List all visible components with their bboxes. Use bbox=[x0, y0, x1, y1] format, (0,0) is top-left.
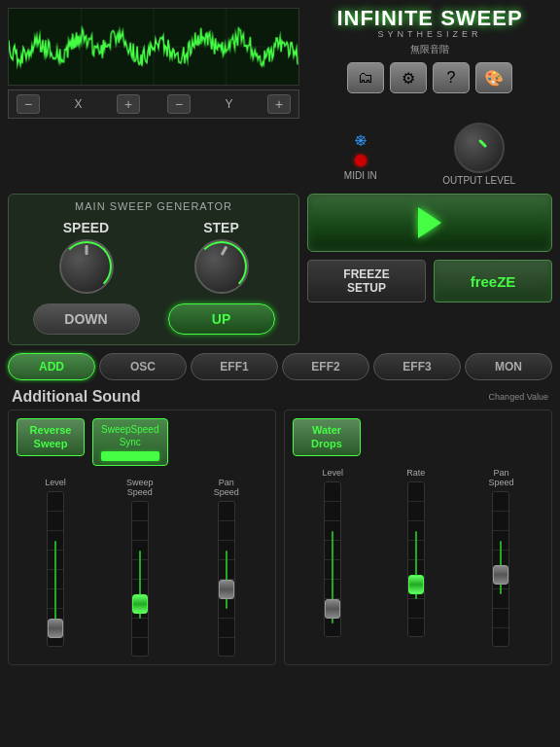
left-faders-row: Level SweepSpeed PanSpeed bbox=[17, 478, 267, 657]
step-knob-block: STEP bbox=[194, 220, 249, 294]
right-level-handle[interactable] bbox=[325, 599, 340, 619]
reverse-sweep-button[interactable]: Reverse Sweep bbox=[17, 418, 85, 456]
reverse-line2: Sweep bbox=[34, 438, 68, 449]
right-faders-row: Level Rate PanSpeed bbox=[293, 468, 543, 647]
output-level-knob[interactable] bbox=[454, 123, 505, 173]
toggle-line2: Sync bbox=[120, 437, 141, 447]
right-rate-fader[interactable] bbox=[407, 481, 425, 637]
tab-eff3[interactable]: EFF3 bbox=[373, 353, 461, 380]
play-icon bbox=[418, 207, 441, 238]
app-subtitle: SYNTHESIZER bbox=[377, 29, 481, 39]
sweep-speed-sync-block: SweepSpeed Sync bbox=[92, 418, 267, 466]
midi-indicator bbox=[355, 155, 367, 166]
water-line1: Water bbox=[312, 424, 341, 436]
midi-block: ⎈ MIDI IN bbox=[344, 128, 377, 181]
left-speed-handle[interactable] bbox=[132, 594, 148, 614]
app-title: INFINITE SWEEP bbox=[336, 8, 522, 29]
water-drops-panel: Water Drops Level Rate bbox=[284, 409, 552, 665]
right-pan-fader-block: PanSpeed bbox=[488, 468, 513, 647]
tab-eff2[interactable]: EFF2 bbox=[282, 353, 369, 380]
water-line2: Drops bbox=[311, 438, 342, 449]
left-level-handle[interactable] bbox=[48, 619, 63, 638]
speed-knob[interactable] bbox=[59, 239, 114, 294]
right-pan-handle[interactable] bbox=[493, 565, 508, 585]
bluetooth-icon: ⎈ bbox=[355, 128, 367, 151]
reverse-sweep-panel: Reverse Sweep SweepSpeed Sync Level bbox=[8, 409, 276, 665]
tab-osc[interactable]: OSC bbox=[99, 353, 187, 380]
help-button[interactable]: ? bbox=[433, 62, 470, 93]
left-speed-fader-block: SweepSpeed bbox=[126, 478, 154, 657]
water-drops-button[interactable]: Water Drops bbox=[293, 418, 361, 456]
tab-add[interactable]: ADD bbox=[8, 353, 95, 380]
output-knob-container: OUTPUT LEVEL bbox=[442, 123, 515, 186]
step-label: STEP bbox=[203, 220, 239, 235]
right-rate-label: Rate bbox=[406, 468, 425, 478]
logo-area: INFINITE SWEEP SYNTHESIZER 無限音階 🗂 ⚙ ? 🎨 bbox=[307, 8, 552, 119]
y-minus-button[interactable]: − bbox=[167, 94, 191, 114]
right-pan-label: PanSpeed bbox=[488, 468, 513, 487]
right-level-fader[interactable] bbox=[324, 481, 341, 637]
midi-label: MIDI IN bbox=[344, 170, 377, 181]
app-chinese: 無限音階 bbox=[410, 43, 449, 56]
tab-mon[interactable]: MON bbox=[465, 353, 552, 380]
left-level-fader-block: Level bbox=[45, 478, 66, 657]
x-plus-button[interactable]: + bbox=[117, 94, 140, 114]
freeze-button[interactable]: freeZE bbox=[434, 260, 552, 302]
y-label: Y bbox=[194, 97, 263, 111]
palette-button[interactable]: 🎨 bbox=[475, 62, 512, 93]
step-knob[interactable] bbox=[194, 239, 249, 294]
left-pan-fader-block: PanSpeed bbox=[214, 478, 239, 657]
right-rate-fader-block: Rate bbox=[406, 468, 425, 647]
reverse-sweep-header: Reverse Sweep SweepSpeed Sync bbox=[17, 418, 267, 466]
reverse-line1: Reverse bbox=[30, 424, 72, 436]
right-controls: FREEZE SETUP freeZE bbox=[307, 194, 552, 345]
sound-panels: Reverse Sweep SweepSpeed Sync Level bbox=[0, 409, 560, 665]
changed-value-label: Changed Value bbox=[489, 392, 548, 402]
files-button[interactable]: 🗂 bbox=[347, 62, 384, 93]
additional-sound-header: Additional Sound Changed Value bbox=[0, 384, 560, 409]
right-rate-handle[interactable] bbox=[408, 575, 424, 594]
left-speed-label: SweepSpeed bbox=[126, 478, 154, 497]
left-pan-fader[interactable] bbox=[218, 501, 235, 657]
freeze-setup-line1: FREEZE bbox=[343, 267, 389, 281]
toggle-line1: SweepSpeed bbox=[101, 424, 159, 435]
waveform-section: − X + − Y + bbox=[8, 8, 299, 119]
right-level-fader-block: Level bbox=[323, 468, 344, 647]
freeze-row: FREEZE SETUP freeZE bbox=[307, 260, 552, 302]
logo-buttons: 🗂 ⚙ ? 🎨 bbox=[347, 62, 512, 93]
up-button[interactable]: UP bbox=[168, 303, 275, 335]
right-pan-fader[interactable] bbox=[492, 491, 509, 647]
output-label: OUTPUT LEVEL bbox=[442, 175, 515, 186]
left-pan-label: PanSpeed bbox=[214, 478, 239, 497]
play-button[interactable] bbox=[307, 194, 552, 252]
down-button[interactable]: DOWN bbox=[33, 303, 140, 335]
sweep-speed-sync-button[interactable]: SweepSpeed Sync bbox=[92, 418, 168, 466]
freeze-setup-button[interactable]: FREEZE SETUP bbox=[307, 260, 426, 302]
speed-label: SPEED bbox=[63, 220, 109, 235]
freeze-setup-line2: SETUP bbox=[347, 281, 386, 295]
sweep-generator-panel: MAIN SWEEP GENERATOR SPEED STEP DOWN UP bbox=[8, 194, 299, 345]
left-speed-fader[interactable] bbox=[131, 501, 149, 657]
waveform-display bbox=[8, 8, 299, 86]
x-label: X bbox=[44, 97, 113, 111]
y-plus-button[interactable]: + bbox=[267, 94, 291, 114]
tab-eff1[interactable]: EFF1 bbox=[191, 353, 278, 380]
x-minus-button[interactable]: − bbox=[17, 94, 40, 114]
settings-button[interactable]: ⚙ bbox=[390, 62, 427, 93]
sweep-title: MAIN SWEEP GENERATOR bbox=[18, 200, 289, 212]
left-pan-handle[interactable] bbox=[219, 580, 234, 599]
left-level-fader[interactable] bbox=[47, 491, 64, 647]
water-drops-header: Water Drops bbox=[293, 418, 543, 456]
left-level-label: Level bbox=[45, 478, 66, 487]
toggle-indicator bbox=[101, 451, 159, 461]
tab-row: ADD OSC EFF1 EFF2 EFF3 MON bbox=[0, 349, 560, 384]
midi-output-section: ⎈ MIDI IN OUTPUT LEVEL bbox=[307, 123, 552, 186]
right-level-label: Level bbox=[323, 468, 344, 478]
additional-sound-title: Additional Sound bbox=[12, 388, 140, 406]
speed-knob-block: SPEED bbox=[59, 220, 114, 294]
